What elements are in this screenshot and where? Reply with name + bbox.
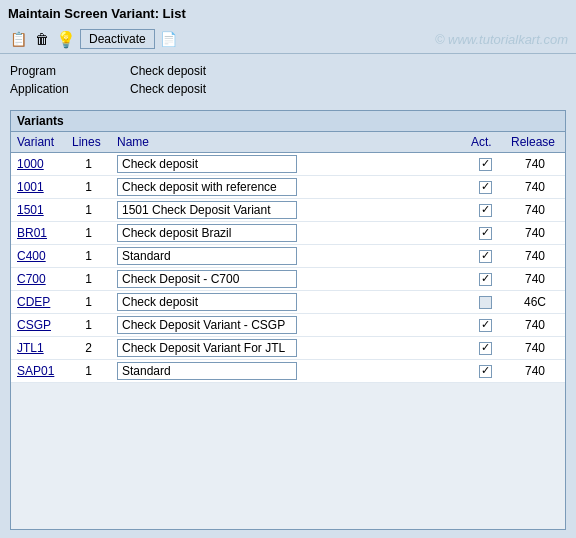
application-row: Application Check deposit <box>10 80 566 98</box>
cell-variant-0[interactable]: 1000 <box>11 153 66 176</box>
checkbox-act-9[interactable] <box>479 365 492 378</box>
table-row: C7001Check Deposit - C700740 <box>11 268 565 291</box>
cell-variant-1[interactable]: 1001 <box>11 176 66 199</box>
cell-act-3[interactable] <box>465 222 505 245</box>
table-row: CDEP1Check deposit46C <box>11 291 565 314</box>
cell-variant-9[interactable]: SAP01 <box>11 360 66 383</box>
cell-name-7: Check Deposit Variant - CSGP <box>111 314 465 337</box>
cell-release-1: 740 <box>505 176 565 199</box>
cell-release-2: 740 <box>505 199 565 222</box>
content-area: Program Check deposit Application Check … <box>0 54 576 538</box>
deactivate-button[interactable]: Deactivate <box>80 29 155 49</box>
cell-act-1[interactable] <box>465 176 505 199</box>
cell-lines-9: 1 <box>66 360 111 383</box>
cell-act-9[interactable] <box>465 360 505 383</box>
application-label: Application <box>10 82 130 96</box>
checkbox-act-4[interactable] <box>479 250 492 263</box>
cell-release-6: 46C <box>505 291 565 314</box>
cell-variant-3[interactable]: BR01 <box>11 222 66 245</box>
table-row: CSGP1Check Deposit Variant - CSGP740 <box>11 314 565 337</box>
cell-lines-3: 1 <box>66 222 111 245</box>
cell-variant-6[interactable]: CDEP <box>11 291 66 314</box>
main-window: Maintain Screen Variant: List 📋 🗑 💡 Deac… <box>0 0 576 538</box>
cell-act-5[interactable] <box>465 268 505 291</box>
checkbox-act-8[interactable] <box>479 342 492 355</box>
cell-name-1: Check deposit with reference <box>111 176 465 199</box>
page-icon[interactable]: 📄 <box>159 29 179 49</box>
cell-name-3: Check deposit Brazil <box>111 222 465 245</box>
table-row: 150111501 Check Deposit Variant740 <box>11 199 565 222</box>
cell-act-2[interactable] <box>465 199 505 222</box>
cell-release-9: 740 <box>505 360 565 383</box>
title-bar: Maintain Screen Variant: List <box>0 0 576 25</box>
table-row: 10011Check deposit with reference740 <box>11 176 565 199</box>
checkbox-act-7[interactable] <box>479 319 492 332</box>
cell-lines-8: 2 <box>66 337 111 360</box>
cell-release-7: 740 <box>505 314 565 337</box>
cell-lines-6: 1 <box>66 291 111 314</box>
col-lines: Lines <box>66 132 111 153</box>
checkbox-act-6[interactable] <box>479 296 492 309</box>
table-row: BR011Check deposit Brazil740 <box>11 222 565 245</box>
cell-act-0[interactable] <box>465 153 505 176</box>
cell-release-5: 740 <box>505 268 565 291</box>
light-icon[interactable]: 💡 <box>56 29 76 49</box>
cell-variant-7[interactable]: CSGP <box>11 314 66 337</box>
cell-name-6: Check deposit <box>111 291 465 314</box>
table-row: SAP011Standard740 <box>11 360 565 383</box>
col-name: Name <box>111 132 465 153</box>
cell-lines-5: 1 <box>66 268 111 291</box>
cell-release-3: 740 <box>505 222 565 245</box>
cell-act-7[interactable] <box>465 314 505 337</box>
table-row: 10001Check deposit740 <box>11 153 565 176</box>
table-row: C4001Standard740 <box>11 245 565 268</box>
cell-name-9: Standard <box>111 360 465 383</box>
toolbar: 📋 🗑 💡 Deactivate 📄 © www.tutorialkart.co… <box>0 25 576 54</box>
col-variant: Variant <box>11 132 66 153</box>
variants-header: Variants <box>11 111 565 132</box>
clipboard-icon[interactable]: 📋 <box>8 29 28 49</box>
program-row: Program Check deposit <box>10 62 566 80</box>
application-value: Check deposit <box>130 82 206 96</box>
cell-name-8: Check Deposit Variant For JTL <box>111 337 465 360</box>
cell-name-5: Check Deposit - C700 <box>111 268 465 291</box>
program-value: Check deposit <box>130 64 206 78</box>
cell-variant-2[interactable]: 1501 <box>11 199 66 222</box>
watermark: © www.tutorialkart.com <box>435 32 568 47</box>
variants-section: Variants Variant Lines Name Act. Release… <box>10 110 566 530</box>
checkbox-act-5[interactable] <box>479 273 492 286</box>
cell-variant-4[interactable]: C400 <box>11 245 66 268</box>
cell-release-4: 740 <box>505 245 565 268</box>
cell-act-8[interactable] <box>465 337 505 360</box>
cell-variant-5[interactable]: C700 <box>11 268 66 291</box>
cell-act-4[interactable] <box>465 245 505 268</box>
checkbox-act-2[interactable] <box>479 204 492 217</box>
cell-act-6[interactable] <box>465 291 505 314</box>
variants-table: Variant Lines Name Act. Release 10001Che… <box>11 132 565 383</box>
cell-lines-2: 1 <box>66 199 111 222</box>
cell-lines-1: 1 <box>66 176 111 199</box>
checkbox-act-3[interactable] <box>479 227 492 240</box>
cell-lines-0: 1 <box>66 153 111 176</box>
checkbox-act-0[interactable] <box>479 158 492 171</box>
table-header-row: Variant Lines Name Act. Release <box>11 132 565 153</box>
cell-variant-8[interactable]: JTL1 <box>11 337 66 360</box>
window-title: Maintain Screen Variant: List <box>8 6 186 21</box>
col-act: Act. <box>465 132 505 153</box>
program-label: Program <box>10 64 130 78</box>
cell-name-0: Check deposit <box>111 153 465 176</box>
cell-lines-4: 1 <box>66 245 111 268</box>
cell-lines-7: 1 <box>66 314 111 337</box>
cell-release-8: 740 <box>505 337 565 360</box>
cell-name-4: Standard <box>111 245 465 268</box>
table-row: JTL12Check Deposit Variant For JTL740 <box>11 337 565 360</box>
trash-icon[interactable]: 🗑 <box>32 29 52 49</box>
checkbox-act-1[interactable] <box>479 181 492 194</box>
col-release: Release <box>505 132 565 153</box>
cell-release-0: 740 <box>505 153 565 176</box>
cell-name-2: 1501 Check Deposit Variant <box>111 199 465 222</box>
